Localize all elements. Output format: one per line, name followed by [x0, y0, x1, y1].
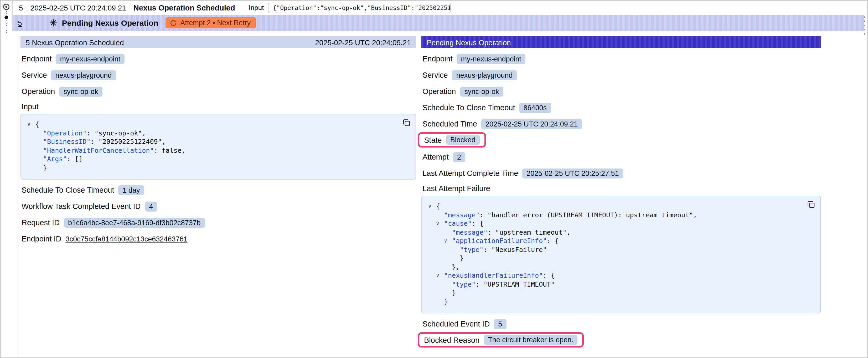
field-label: Endpoint ID [22, 235, 61, 243]
state-annotation-highlight: State Blocked [418, 132, 486, 148]
field-row-scheduled-event-id: Scheduled Event ID 5 [423, 318, 821, 330]
chevron-spacer [35, 146, 43, 155]
chevron-spacer [444, 228, 452, 237]
field-label: Endpoint [423, 55, 453, 63]
field-row-last-attempt-complete-time: Last Attempt Complete Time 2025-02-25 UT… [423, 167, 821, 179]
field-label: Scheduled Time [423, 120, 477, 128]
field-value-badge: 86400s [519, 103, 551, 112]
field-value-badge: 5 [494, 319, 506, 329]
field-row-endpoint: Endpoint my-nexus-endpoint [22, 53, 416, 65]
event-id[interactable]: 5 [19, 3, 23, 12]
pending-panel-title: Pending Nexus Operation [427, 38, 511, 46]
retry-attempt-badge: Attempt 2 • Next Retry [165, 17, 256, 28]
chevron-spacer [444, 280, 452, 289]
field-row-schedule-to-close: Schedule To Close Timeout 86400s [423, 102, 821, 113]
field-row-request-id: Request ID b1c6a4bc-8ee7-468a-9169-df3b0… [22, 217, 416, 228]
copy-icon [807, 200, 815, 208]
event-row-scheduled[interactable]: 5 2025-02-25 UTC 20:24:09.21 Nexus Opera… [12, 1, 864, 15]
input-json-block: ∨{"Operation": "sync-op-ok","BusinessID"… [21, 114, 416, 180]
scheduled-event-panel: 5 Nexus Operation Scheduled 2025-02-25 U… [21, 36, 416, 245]
copy-button[interactable] [806, 200, 815, 210]
field-row-service: Service nexus-playground [423, 69, 821, 81]
collapse-chevron-icon[interactable]: ∨ [436, 220, 444, 228]
field-value-badge: sync-op-ok [460, 86, 503, 96]
field-label: Service [423, 71, 448, 79]
blocked-reason-badge: The circuit breaker is open. [484, 335, 578, 345]
field-row-service: Service nexus-playground [22, 69, 416, 81]
chevron-spacer [436, 297, 444, 306]
field-label: Attempt [423, 153, 449, 161]
chevron-spacer [35, 155, 43, 164]
field-label: State [424, 136, 442, 144]
field-value-badge: my-nexus-endpoint [457, 54, 526, 64]
scrollbar-dots[interactable] [864, 16, 865, 35]
field-label: Operation [423, 87, 456, 96]
chevron-spacer [35, 137, 43, 146]
event-title: Nexus Operation Scheduled [133, 3, 235, 12]
field-value-badge: 1 day [119, 185, 144, 195]
field-label: Schedule To Close Timeout [22, 186, 114, 194]
endpoint-id-link[interactable]: 3c0c75ccfa8144b092c13ce632463761 [66, 235, 188, 243]
field-label: Request ID [22, 218, 60, 227]
copy-icon [402, 119, 410, 127]
field-row-scheduled-time: Scheduled Time 2025-02-25 UTC 20:24:09.2… [423, 118, 821, 130]
field-row-blocked-reason: Blocked Reason The circuit breaker is op… [423, 334, 821, 347]
event-input-preview-chip: {"Operation":"sync-op-ok","BusinessID":"… [268, 2, 451, 13]
collapse-chevron-icon[interactable]: ∨ [436, 271, 444, 280]
field-label: Schedule To Close Timeout [423, 103, 515, 112]
event-timestamp: 2025-02-25 UTC 20:24:09.21 [30, 3, 126, 12]
chevron-spacer [444, 263, 452, 271]
field-row-attempt: Attempt 2 [423, 151, 821, 163]
field-row-schedule-to-close: Schedule To Close Timeout 1 day [22, 184, 416, 196]
timeline-node-icon [2, 2, 12, 35]
pending-operation-row[interactable]: 5 Pending Nexus Operation [12, 15, 864, 31]
copy-button[interactable] [401, 119, 411, 128]
timeline-gutter [2, 2, 12, 35]
pending-operation-panel: Pending Nexus Operation Endpoint my-nexu… [422, 36, 821, 347]
field-label: Service [22, 71, 47, 79]
field-row-operation: Operation sync-op-ok [22, 86, 416, 97]
field-value-badge: nexus-playground [452, 70, 517, 80]
pending-panel-header: Pending Nexus Operation [422, 36, 821, 48]
failure-json-block: ∨{"message": "handler error (UPSTREAM_TI… [422, 196, 821, 314]
collapse-chevron-icon[interactable]: ∨ [428, 202, 436, 211]
workflow-event-detail-page: 5 2025-02-25 UTC 20:24:09.21 Nexus Opera… [0, 0, 868, 358]
field-value-badge: sync-op-ok [59, 86, 102, 96]
field-value-badge: 2025-02-25 UTC 20:24:09.21 [481, 119, 582, 129]
field-label: Operation [22, 87, 55, 96]
field-label: Blocked Reason [424, 336, 479, 344]
blocked-reason-annotation-highlight: Blocked Reason The circuit breaker is op… [418, 332, 584, 348]
scheduled-panel-timestamp: 2025-02-25 UTC 20:24:09.21 [315, 38, 411, 46]
chevron-spacer [35, 164, 43, 172]
pending-event-id-link[interactable]: 5 [18, 19, 22, 27]
input-section-label: Input [22, 102, 416, 111]
field-value-badge: 4 [145, 201, 157, 211]
scheduled-panel-title: 5 Nexus Operation Scheduled [26, 38, 124, 46]
chevron-spacer [452, 254, 460, 263]
field-label: Endpoint [22, 55, 52, 63]
chevron-spacer [436, 211, 444, 220]
retry-attempt-text: Attempt 2 • Next Retry [180, 19, 251, 27]
field-value-badge: b1c6a4bc-8ee7-468a-9169-df3b02c8737b [64, 218, 205, 228]
retry-circular-arrow-icon [170, 19, 177, 27]
field-row-workflow-task-completed-event-id: Workflow Task Completed Event ID 4 [22, 200, 416, 212]
collapse-chevron-icon[interactable]: ∨ [27, 120, 35, 129]
state-badge: Blocked [446, 135, 480, 145]
scheduled-panel-header: 5 Nexus Operation Scheduled 2025-02-25 U… [21, 36, 416, 48]
field-row-endpoint-id: Endpoint ID 3c0c75ccfa8144b092c13ce63246… [22, 233, 416, 245]
field-row-state: State Blocked [423, 134, 821, 147]
field-value-badge: nexus-playground [51, 70, 116, 80]
field-value-badge: my-nexus-endpoint [56, 54, 125, 64]
field-row-endpoint: Endpoint my-nexus-endpoint [423, 53, 821, 65]
field-label: Workflow Task Completed Event ID [22, 202, 141, 210]
chevron-spacer [444, 289, 452, 297]
event-detail-panels: 5 Nexus Operation Scheduled 2025-02-25 U… [17, 36, 867, 357]
last-attempt-failure-label: Last Attempt Failure [423, 184, 821, 193]
field-row-operation: Operation sync-op-ok [423, 86, 821, 97]
field-label: Last Attempt Complete Time [423, 169, 518, 177]
event-history-rows: 5 2025-02-25 UTC 20:24:09.21 Nexus Opera… [12, 1, 864, 31]
collapse-chevron-icon[interactable]: ∨ [444, 237, 452, 246]
field-label: Scheduled Event ID [423, 320, 490, 328]
chevron-spacer [35, 129, 43, 137]
page-scaler: 5 2025-02-25 UTC 20:24:09.21 Nexus Opera… [0, 0, 868, 358]
